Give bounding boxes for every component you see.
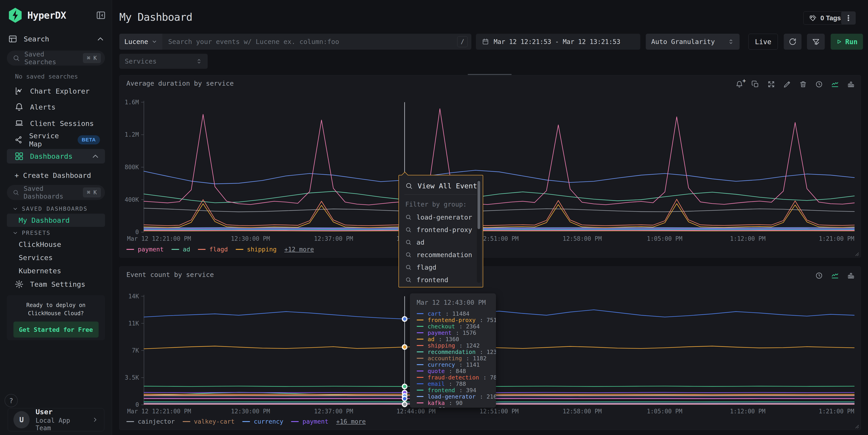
group-filter-item[interactable]: recommendation: [399, 248, 483, 261]
legend-item[interactable]: currency: [242, 418, 283, 425]
maximize-icon[interactable]: [767, 81, 775, 88]
sidebar-item-team-settings[interactable]: Team Settings: [7, 277, 105, 291]
granularity-select[interactable]: Auto Granularity: [646, 34, 740, 50]
sidebar-item-service-map[interactable]: Service Map BETA: [7, 132, 105, 147]
trash-icon[interactable]: [799, 81, 807, 88]
chevron-up-icon[interactable]: [96, 34, 105, 43]
sidebar-collapse-icon[interactable]: [96, 10, 106, 20]
series-dash: [417, 351, 424, 352]
events-search-input[interactable]: Search your events w/ Lucene ex. column:…: [162, 38, 457, 45]
group-filter-item[interactable]: flagd: [399, 261, 483, 274]
legend-item[interactable]: ad: [172, 246, 190, 253]
series-dash: [417, 358, 424, 359]
legend-item[interactable]: shipping: [236, 246, 277, 253]
sidebar-item-my-dashboard[interactable]: My Dashboard: [7, 214, 105, 227]
svg-text:12:51:00 PM: 12:51:00 PM: [479, 408, 519, 415]
preset-item[interactable]: Services: [7, 251, 105, 264]
popup-scrollbar-thumb[interactable]: [477, 181, 480, 229]
preset-item[interactable]: ClickHouse: [7, 238, 105, 251]
beta-badge: BETA: [78, 135, 100, 145]
more-menu-button[interactable]: [841, 11, 856, 25]
services-select[interactable]: Services: [119, 54, 208, 69]
series-value: : 1182: [466, 355, 487, 362]
saved-dashboards-placeholder: Saved Dashboards: [24, 185, 78, 200]
sidebar-item-alerts[interactable]: Alerts: [7, 100, 105, 114]
grid-drag-handle[interactable]: [468, 74, 512, 75]
saved-searches-input[interactable]: Saved Searches ⌘ K: [7, 51, 105, 66]
svg-text:1:12:00 PM: 1:12:00 PM: [730, 235, 766, 242]
line-chart-toggle-icon[interactable]: [831, 272, 839, 279]
series-dash: [417, 339, 424, 340]
run-button[interactable]: Run: [831, 34, 863, 50]
group-filter-item[interactable]: frontend: [399, 274, 483, 286]
legend-item[interactable]: valkey-cart: [183, 418, 235, 425]
resize-handle-icon[interactable]: [854, 423, 859, 429]
series-dash: [417, 364, 424, 365]
legend-more-link[interactable]: +12 more: [284, 246, 314, 253]
sidebar-item-chart-explorer[interactable]: Chart Explorer: [7, 84, 105, 98]
legend-item[interactable]: cainjector: [126, 418, 175, 425]
group-filter-item[interactable]: ad: [399, 236, 483, 248]
laptop-icon: [14, 119, 24, 128]
legend-more-link[interactable]: +16 more: [336, 418, 366, 425]
series-name: frontend-proxy: [428, 317, 476, 323]
bar-chart-toggle-icon[interactable]: [847, 272, 855, 279]
cmd-k-badge: ⌘ K: [83, 187, 101, 197]
tags-button[interactable]: 0 Tags: [803, 11, 847, 25]
series-name: kafka: [428, 400, 445, 406]
legend-item[interactable]: payment: [126, 246, 164, 253]
legend-item[interactable]: payment: [291, 418, 328, 425]
language-select[interactable]: Lucene: [119, 34, 162, 50]
duration-chart[interactable]: 0400K800K1.2M1.6MMar 12 12:21:00 PM12:30…: [120, 75, 861, 257]
time-range-picker[interactable]: Mar 12 12:21:53 - Mar 12 13:21:53: [476, 34, 640, 50]
saved-dashboards-section[interactable]: SAVED DASHBOARDS: [12, 206, 88, 212]
preset-item[interactable]: Kubernetes: [7, 264, 105, 277]
series-dash: [417, 345, 424, 346]
presets-section[interactable]: PRESETS: [12, 229, 51, 236]
line-chart-toggle-icon[interactable]: [831, 81, 839, 88]
get-started-button[interactable]: Get Started for Free: [13, 321, 99, 338]
bar-chart-toggle-icon[interactable]: [847, 81, 855, 88]
chart-panel-duration: 0400K800K1.2M1.6MMar 12 12:21:00 PM12:30…: [119, 75, 861, 257]
search-icon: [405, 182, 412, 189]
client-sessions-label: Client Sessions: [30, 119, 94, 128]
help-button[interactable]: ?: [5, 394, 18, 407]
legend-label: shipping: [247, 246, 277, 253]
popup-scrollbar[interactable]: [477, 180, 481, 283]
view-all-events-button[interactable]: View All Events: [399, 175, 483, 194]
resize-handle-icon[interactable]: [854, 251, 859, 256]
series-value: : 394: [459, 387, 476, 394]
series-dash: [417, 402, 424, 403]
edit-pencil-icon[interactable]: [783, 81, 791, 88]
history-clock-icon[interactable]: [815, 272, 823, 279]
tooltip-row: fraud-detection : 788: [417, 374, 496, 380]
sidebar-item-client-sessions[interactable]: Client Sessions: [7, 116, 105, 131]
live-button[interactable]: Live: [748, 34, 778, 50]
filter-button[interactable]: [807, 34, 825, 50]
group-filter-item[interactable]: load-generator: [399, 211, 483, 223]
refresh-button[interactable]: [784, 34, 802, 50]
sidebar-item-dashboards[interactable]: Dashboards: [7, 149, 105, 163]
group-filter-label: frontend-proxy: [416, 226, 472, 234]
duplicate-icon[interactable]: [751, 81, 759, 88]
view-all-events-popup: View All Events Filter by group: load-ge…: [399, 175, 483, 287]
group-filter-item[interactable]: frontend-proxy: [399, 223, 483, 236]
user-card[interactable]: U User Local App Team: [8, 408, 104, 431]
sidebar-item-search[interactable]: Search: [8, 33, 105, 44]
group-filter-label: load-generator: [416, 213, 472, 221]
chevron-up-icon[interactable]: [91, 152, 100, 161]
saved-dashboards-input[interactable]: Saved Dashboards ⌘ K: [7, 185, 105, 200]
create-dashboard-button[interactable]: + Create Dashboard: [7, 168, 105, 183]
svg-text:1.6M: 1.6M: [125, 99, 139, 106]
avatar: U: [13, 411, 30, 428]
legend-dash: [126, 249, 134, 250]
svg-text:0: 0: [135, 229, 139, 236]
alert-add-button[interactable]: +: [736, 81, 743, 88]
history-clock-icon[interactable]: [815, 81, 823, 88]
tooltip-row: currency : 1141: [417, 362, 496, 368]
series-value: : 1234: [480, 349, 496, 355]
tooltip-row: : 58: [417, 406, 496, 408]
legend-item[interactable]: flagd: [198, 246, 228, 253]
search-icon: [405, 214, 411, 220]
filter-funnel-icon: [812, 38, 820, 45]
